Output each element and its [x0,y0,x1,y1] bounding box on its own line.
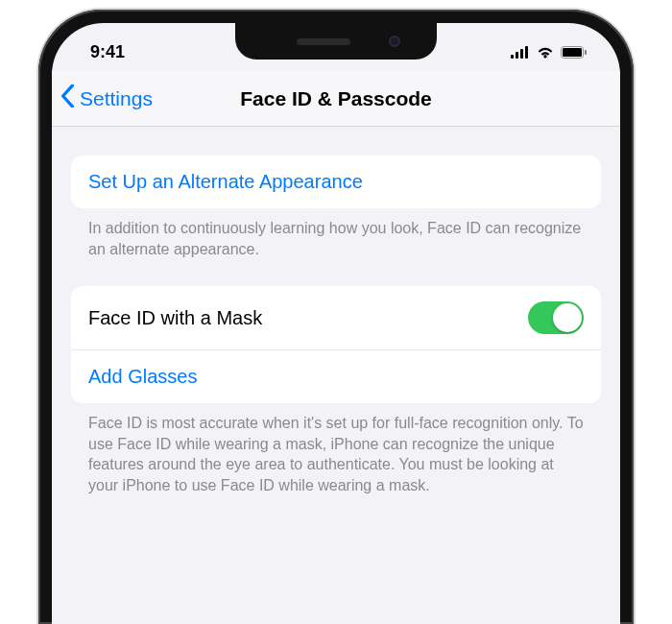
cellular-icon [511,46,530,59]
iphone-frame: 9:41 Settings Face ID & Passcod [38,10,634,624]
alternate-appearance-group: Set Up an Alternate Appearance [71,156,601,208]
back-button[interactable]: Settings [60,84,153,112]
front-camera [389,36,400,47]
mask-footer: Face ID is most accurate when it's set u… [71,403,601,522]
mask-group: Face ID with a Mask Add Glasses [71,286,601,403]
svg-rect-2 [520,49,523,59]
nav-bar: Settings Face ID & Passcode [52,71,620,127]
wifi-icon [536,45,555,59]
back-label: Settings [80,87,153,110]
svg-rect-0 [511,55,514,59]
status-time: 9:41 [90,42,125,62]
settings-content: Set Up an Alternate Appearance In additi… [52,127,620,523]
toggle-knob [553,303,582,332]
svg-rect-3 [525,46,528,59]
svg-rect-5 [563,48,582,57]
add-glasses-button[interactable]: Add Glasses [71,349,601,403]
cell-label: Set Up an Alternate Appearance [88,171,363,193]
battery-icon [561,46,588,59]
face-id-with-mask-toggle[interactable] [528,301,584,334]
face-id-with-mask-row: Face ID with a Mask [71,286,601,349]
notch [235,23,437,60]
cell-label: Face ID with a Mask [88,307,262,329]
page-title: Face ID & Passcode [240,87,432,110]
svg-rect-6 [585,50,587,55]
speaker-grille [297,38,350,45]
svg-rect-1 [516,52,518,59]
set-up-alternate-appearance-button[interactable]: Set Up an Alternate Appearance [71,156,601,208]
alternate-appearance-footer: In addition to continuously learning how… [71,208,601,286]
screen: 9:41 Settings Face ID & Passcod [52,23,620,624]
cell-label: Add Glasses [88,366,197,388]
chevron-left-icon [60,84,76,112]
